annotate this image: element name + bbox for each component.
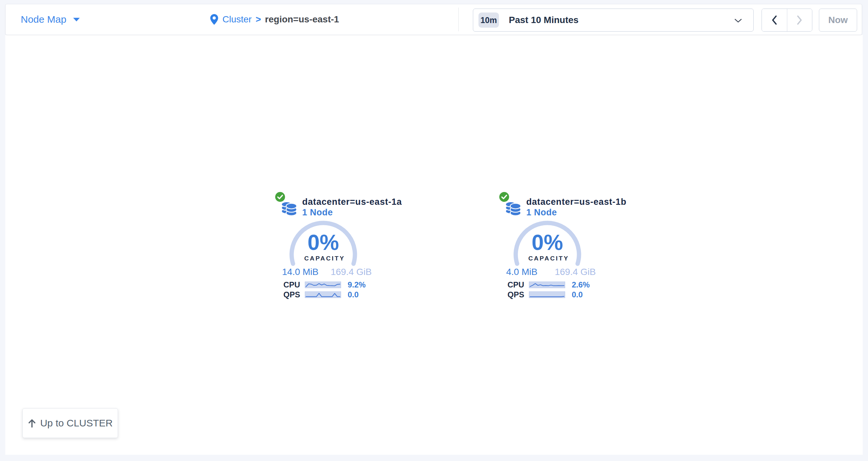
qps-metric-row: QPS 0.0 [283,291,359,298]
capacity-range: 4.0 MiB 169.4 GiB [506,267,596,277]
now-button[interactable]: Now [819,8,857,32]
metric-label-cpu: CPU [507,280,524,290]
capacity-label: CAPACITY [304,255,345,261]
time-prev-button[interactable] [762,9,787,31]
chevron-down-icon [734,19,742,23]
capacity-percent: 0% [307,231,339,253]
metric-label-qps: QPS [507,290,524,299]
time-range-badge: 10m [478,12,499,28]
location-pin-icon [210,14,218,25]
metric-label-qps: QPS [283,290,300,299]
top-bar: Node Map Cluster > region=us-east-1 10m … [5,4,862,35]
qps-sparkline [305,291,341,298]
capacity-percent: 0% [531,231,563,253]
metric-label-cpu: CPU [283,280,300,290]
breadcrumb: Cluster > region=us-east-1 [210,4,339,35]
cpu-sparkline [305,282,341,288]
qps-metric-row: QPS 0.0 [507,291,583,298]
database-stack-icon [505,199,521,216]
capacity-used: 4.0 MiB [506,267,537,277]
cpu-sparkline [529,282,565,288]
datacenter-node-count: 1 Node [526,207,557,217]
breadcrumb-current: region=us-east-1 [265,14,339,25]
up-to-cluster-button[interactable]: Up to CLUSTER [23,408,118,438]
chevron-left-icon [771,15,777,25]
datacenter-card-us-east-1a[interactable]: datacenter=us-east-1a 1 Node 0% CAPACITY… [270,185,409,309]
arrow-up-icon [28,419,36,428]
caret-down-icon [73,18,80,22]
view-selector-dropdown[interactable]: Node Map [21,4,80,35]
database-stack-icon [281,199,297,216]
capacity-used: 14.0 MiB [282,267,319,277]
capacity-label: CAPACITY [528,255,569,261]
time-range-label: Past 10 Minutes [509,15,579,25]
datacenter-name: datacenter=us-east-1a [302,197,402,207]
datacenter-card-us-east-1b[interactable]: datacenter=us-east-1b 1 Node 0% CAPACITY… [494,185,633,309]
capacity-total: 169.4 GiB [555,267,596,277]
capacity-total: 169.4 GiB [331,267,372,277]
cpu-metric-row: CPU 2.6% [507,281,590,289]
breadcrumb-cluster-link[interactable]: Cluster [222,14,252,25]
time-nav-arrows [762,8,812,32]
metric-value-qps: 0.0 [348,290,359,299]
view-selector-label: Node Map [21,14,66,25]
time-range-dropdown[interactable]: 10m Past 10 Minutes [473,8,754,32]
datacenter-name: datacenter=us-east-1b [526,197,626,207]
metric-value-cpu: 2.6% [572,280,590,290]
metric-value-cpu: 9.2% [348,280,366,290]
metric-value-qps: 0.0 [572,290,583,299]
breadcrumb-separator: > [256,14,261,25]
node-map-page: Node Map Cluster > region=us-east-1 10m … [0,0,868,461]
datacenter-node-count: 1 Node [302,207,333,217]
capacity-range: 14.0 MiB 169.4 GiB [282,267,372,277]
time-next-button[interactable] [787,9,812,31]
chevron-right-icon [797,15,802,25]
top-bar-divider [458,7,459,31]
up-to-cluster-label: Up to CLUSTER [40,418,113,429]
node-map-canvas [5,35,863,455]
qps-sparkline [529,291,565,298]
cpu-metric-row: CPU 9.2% [283,281,366,289]
